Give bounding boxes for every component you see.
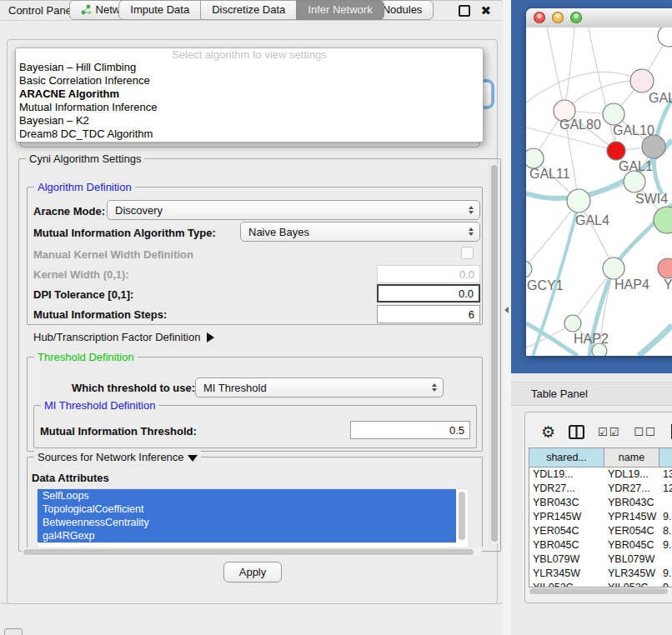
network-node-gal1[interactable] <box>607 142 625 160</box>
deselect-all-icon[interactable]: ☐☐ <box>634 426 656 438</box>
table-cell: YER054C <box>604 524 659 538</box>
network-canvas[interactable]: GAL7GAL80GAL10GAL1GAL11SWI4GAL4GCY1HAP4Y… <box>526 28 672 356</box>
table-cell: YBR043C <box>529 496 604 510</box>
restore-panel-button[interactable] <box>4 628 23 635</box>
node-label: GAL4 <box>575 213 609 228</box>
table-row[interactable]: YBR043CYBR043C <box>529 496 672 510</box>
network-node[interactable] <box>658 28 672 47</box>
tab-discretize-data[interactable]: Discretize Data <box>200 0 297 20</box>
network-node-gal4[interactable] <box>567 189 590 212</box>
tab-label: Infer Network <box>308 3 372 16</box>
which-threshold-value: MI Threshold <box>203 382 267 394</box>
table-column-header[interactable] <box>659 448 672 467</box>
node-label: SWI4 <box>635 192 668 206</box>
aracne-mode-combobox[interactable]: Discovery <box>107 200 480 220</box>
table-panel-header: Table Panel <box>511 382 672 406</box>
apply-button[interactable]: Apply <box>223 562 282 582</box>
network-node[interactable] <box>642 135 665 158</box>
algorithm-option[interactable]: Basic Correlation Inference <box>16 74 483 88</box>
hub-definition-expander[interactable]: Hub/Transcription Factor Definition <box>33 331 214 343</box>
node-label: GAL7 <box>649 91 672 105</box>
algorithm-option[interactable]: ARACNE Algorithm <box>16 88 483 101</box>
mi-type-label: Mutual Information Algorithm Type: <box>33 227 216 239</box>
manual-kernel-checkbox[interactable] <box>461 247 474 259</box>
network-edge[interactable] <box>564 28 574 111</box>
minimize-traffic-light[interactable] <box>552 12 564 23</box>
node-label: GCY1 <box>527 278 564 292</box>
attributes-scrollbar[interactable] <box>458 490 466 545</box>
table-cell: YPR145W <box>604 510 659 524</box>
table-column-header-shared[interactable]: shared... <box>529 448 604 467</box>
table-column-header-name[interactable]: name <box>604 448 659 467</box>
table-cell: YIL052C <box>529 581 604 588</box>
close-traffic-light[interactable] <box>534 12 545 23</box>
network-edge[interactable] <box>526 72 642 102</box>
dpi-tolerance-input[interactable]: 0.0 <box>377 284 480 302</box>
mi-threshold-input[interactable]: 0.5 <box>350 421 470 439</box>
table-cell: YBL079W <box>604 552 659 567</box>
table-row[interactable]: YPR145WYPR145W9. <box>529 510 672 524</box>
table-cell: 9. <box>659 538 672 552</box>
table-cell <box>659 552 672 567</box>
network-node-gcy1[interactable] <box>526 261 532 278</box>
node-label: HAP4 <box>614 278 649 292</box>
network-node-gal11[interactable] <box>526 148 544 168</box>
network-node-gal7[interactable] <box>630 69 654 92</box>
attribute-list-item[interactable]: TopologicalCoefficient <box>38 502 456 516</box>
settings-scrollbar[interactable] <box>489 163 499 545</box>
node-label: HAP2 <box>574 332 609 346</box>
attribute-list-item[interactable]: SelfLoops <box>38 489 456 502</box>
zoom-traffic-light[interactable] <box>570 12 582 23</box>
network-node[interactable] <box>624 171 645 192</box>
split-columns-icon[interactable] <box>569 425 584 439</box>
network-node-gal10[interactable] <box>603 103 624 125</box>
network-node-hap2[interactable] <box>564 315 581 332</box>
sources-title[interactable]: Sources for Network Inference <box>34 451 201 463</box>
which-threshold-combobox[interactable]: MI Threshold <box>195 378 444 398</box>
settings-gear-icon[interactable]: ⚙ <box>541 422 555 442</box>
node-attribute-table[interactable]: shared...name YDL19...YDL19...13YDR27...… <box>529 448 672 588</box>
mi-type-combobox[interactable]: Naive Bayes <box>240 222 480 242</box>
table-cell: YDR27... <box>604 482 659 496</box>
select-all-icon[interactable]: ☑☑ <box>598 426 620 438</box>
network-node[interactable] <box>592 343 607 356</box>
network-window-titlebar[interactable] <box>526 8 672 28</box>
algorithm-option[interactable]: Bayesian – K2 <box>16 114 483 128</box>
table-hscrollbar[interactable] <box>528 588 671 595</box>
table-cell: 9. <box>659 510 672 524</box>
network-node-swi4[interactable] <box>654 207 672 233</box>
algorithm-definition-title: Algorithm Definition <box>34 181 135 193</box>
collapse-down-icon <box>188 455 198 462</box>
table-row[interactable]: YDL19...YDL19...13 <box>529 468 672 482</box>
node-label: GAL10 <box>613 123 654 138</box>
network-edge[interactable] <box>547 28 564 111</box>
table-row[interactable]: YIL052CYIL052C9. <box>529 581 672 588</box>
divider-collapse-icon[interactable] <box>504 307 509 313</box>
tab-infer-network[interactable]: Infer Network <box>296 0 384 20</box>
table-row[interactable]: YBR045CYBR045C9. <box>529 538 672 552</box>
table-row[interactable]: YLR345WYLR345W9. <box>529 567 672 581</box>
kernel-width-label: Kernel Width (0,1): <box>33 268 129 281</box>
network-node-hap4[interactable] <box>603 258 624 279</box>
table-row[interactable]: YBL079WYBL079W <box>529 552 672 567</box>
attribute-list-item[interactable]: gal4RGexp <box>38 529 456 542</box>
tab-impute-data[interactable]: Impute Data <box>118 0 201 20</box>
manual-kernel-label: Manual Kernel Width Definition <box>33 248 193 261</box>
table-row[interactable]: YDR27...YDR27...12 <box>529 482 672 496</box>
hub-definition-label: Hub/Transcription Factor Definition <box>33 331 200 343</box>
algorithm-option[interactable]: Bayesian – Hill Climbing <box>16 61 483 74</box>
table-row[interactable]: YER054CYER054C8. <box>529 524 672 538</box>
node-label: GAL80 <box>559 118 601 132</box>
dpi-tolerance-label: DPI Tolerance [0,1]: <box>33 288 133 301</box>
data-attributes-label: Data Attributes <box>32 472 109 484</box>
mi-steps-input[interactable]: 6 <box>377 305 480 323</box>
network-edge-highlighted[interactable] <box>639 325 672 356</box>
network-node-y[interactable] <box>658 258 672 278</box>
table-cell: YBR045C <box>604 538 659 552</box>
table-cell: YLR345W <box>604 567 659 581</box>
kernel-width-input[interactable]: 0.0 <box>377 265 480 283</box>
algorithm-option[interactable]: Dream8 DC_TDC Algorithm <box>16 128 483 141</box>
settings-hscrollbar[interactable] <box>22 548 482 556</box>
attribute-list-item[interactable]: BetweennessCentrality <box>38 516 456 529</box>
algorithm-option[interactable]: Mutual Information Inference <box>16 101 483 114</box>
